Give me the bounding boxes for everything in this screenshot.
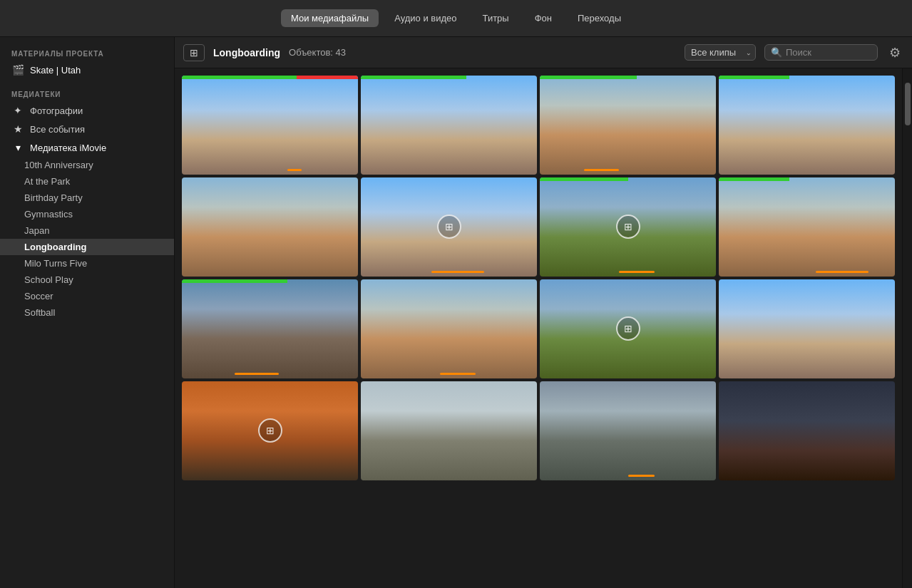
clip-top-bar <box>719 76 895 79</box>
star-icon: ★ <box>11 123 24 135</box>
clip-overlay-icon: ⊞ <box>258 418 282 443</box>
clip-item[interactable] <box>361 279 537 378</box>
sidebar-item-park[interactable]: At the Park <box>0 173 174 190</box>
sidebar-item-all-events[interactable]: ★ Все события <box>0 120 174 138</box>
clip-overlay-icon: ⊞ <box>437 215 461 239</box>
clip-item[interactable] <box>182 76 358 175</box>
sidebar-all-events-label: Все события <box>30 124 85 135</box>
clip-orange-bar <box>235 373 279 375</box>
clip-item[interactable] <box>719 177 895 277</box>
clip-item[interactable]: ⊞ <box>182 381 358 480</box>
clip-orange-bar <box>628 475 655 477</box>
search-icon: 🔍 <box>771 47 782 58</box>
sidebar-item-birthday[interactable]: Birthday Party <box>0 190 174 206</box>
sidebar-item-gymnastics[interactable]: Gymnastics <box>0 206 174 222</box>
main-layout: МАТЕРИАЛЫ ПРОЕКТА 🎬 Skate | Utah МЕДИАТЕ… <box>0 37 912 588</box>
sidebar-library-label: Медиатека iMovie <box>30 143 106 153</box>
clip-overlay-icon: ⊞ <box>616 316 640 341</box>
right-scrollbar[interactable] <box>902 68 912 588</box>
chevron-down-icon: ▾ <box>11 142 24 153</box>
clip-item[interactable]: ⊞ <box>540 177 716 277</box>
clip-orange-bar <box>584 169 619 171</box>
clip-item[interactable] <box>719 381 895 480</box>
clip-orange-bar <box>431 271 484 273</box>
clip-top-bar <box>361 76 537 79</box>
content-count: Объектов: 43 <box>289 47 346 58</box>
sidebar-item-soccer[interactable]: Soccer <box>0 288 174 304</box>
sidebar: МАТЕРИАЛЫ ПРОЕКТА 🎬 Skate | Utah МЕДИАТЕ… <box>0 37 175 588</box>
clip-top-bar <box>540 76 716 79</box>
sidebar-item-milo[interactable]: Milo Turns Five <box>0 255 174 272</box>
clip-orange-bar <box>816 271 869 273</box>
sidebar-item-longboarding[interactable]: Longboarding <box>0 239 174 255</box>
sidebar-section-libraries: МЕДИАТЕКИ <box>0 86 174 101</box>
filter-select[interactable]: Все клипы Избранное Скрытые <box>685 44 756 61</box>
filter-select-wrap: Все клипы Избранное Скрытые <box>685 44 756 61</box>
clip-item[interactable]: ⊞ <box>361 177 537 277</box>
sidebar-item-library[interactable]: ▾ Медиатека iMovie <box>0 138 174 157</box>
sidebar-item-10th[interactable]: 10th Anniversary <box>0 157 174 173</box>
photos-icon: ✦ <box>11 105 24 116</box>
clip-top-bar <box>182 76 358 79</box>
clip-item[interactable] <box>182 177 358 277</box>
clip-orange-bar <box>287 169 302 171</box>
scrollbar-thumb <box>905 83 911 125</box>
content-area: ⊞ Longboarding Объектов: 43 Все клипы Из… <box>175 37 912 588</box>
sidebar-item-photos[interactable]: ✦ Фотографии <box>0 101 174 120</box>
search-wrap: 🔍 <box>764 44 878 61</box>
sidebar-section-project: МАТЕРИАЛЫ ПРОЕКТА <box>0 46 174 61</box>
sidebar-item-japan[interactable]: Japan <box>0 222 174 239</box>
sidebar-project-label: Skate | Utah <box>30 65 81 76</box>
sidebar-project-item[interactable]: 🎬 Skate | Utah <box>0 61 174 79</box>
search-input[interactable] <box>786 47 871 58</box>
toolbar-audio-video[interactable]: Аудио и видео <box>384 9 466 27</box>
film-icon: 🎬 <box>11 64 24 76</box>
clip-item[interactable] <box>361 76 537 175</box>
clip-grid-scroll[interactable]: ⊞⊞⊞⊞ <box>175 68 902 588</box>
clip-item[interactable] <box>361 381 537 480</box>
sidebar-item-softball[interactable]: Softball <box>0 304 174 321</box>
clip-item[interactable] <box>540 76 716 175</box>
toolbar-my-media[interactable]: Мои медиафайлы <box>281 9 379 27</box>
toolbar-transitions[interactable]: Переходы <box>568 9 631 27</box>
sidebar-photos-label: Фотографии <box>30 105 83 116</box>
clip-orange-bar <box>440 373 475 375</box>
clip-grid: ⊞⊞⊞⊞ <box>182 76 895 480</box>
toolbar-titles[interactable]: Титры <box>473 9 519 27</box>
clip-item[interactable] <box>719 76 895 175</box>
clip-orange-bar <box>619 271 654 273</box>
clip-overlay-icon: ⊞ <box>616 215 640 239</box>
toggle-view-button[interactable]: ⊞ <box>183 44 205 61</box>
toolbar: Мои медиафайлы Аудио и видео Титры Фон П… <box>0 0 912 37</box>
clip-item[interactable] <box>540 381 716 480</box>
clip-item[interactable] <box>182 279 358 378</box>
clip-item[interactable] <box>719 279 895 378</box>
toolbar-background[interactable]: Фон <box>525 9 562 27</box>
content-header: ⊞ Longboarding Объектов: 43 Все клипы Из… <box>175 37 912 68</box>
sidebar-item-school-play[interactable]: School Play <box>0 272 174 288</box>
content-title: Longboarding <box>213 47 280 58</box>
clip-item[interactable]: ⊞ <box>540 279 716 378</box>
settings-button[interactable]: ⚙ <box>886 43 903 62</box>
